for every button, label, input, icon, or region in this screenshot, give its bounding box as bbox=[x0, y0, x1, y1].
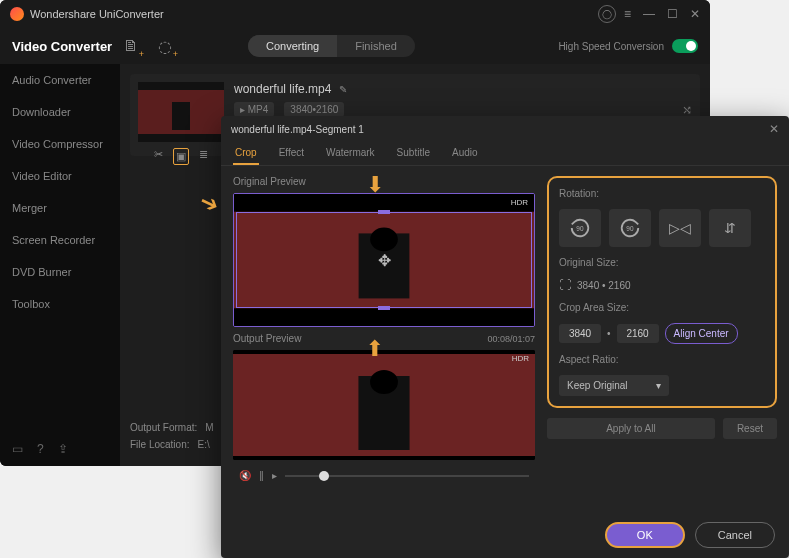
tab-finished[interactable]: Finished bbox=[337, 35, 415, 57]
source-resolution-badge: 3840•2160 bbox=[284, 102, 344, 117]
svg-rect-2 bbox=[172, 102, 190, 130]
section-heading: Video Converter bbox=[12, 39, 120, 54]
minimize-icon[interactable]: — bbox=[643, 7, 655, 21]
app-title: Wondershare UniConverter bbox=[30, 8, 598, 20]
original-preview-label: Original Preview bbox=[233, 176, 535, 187]
file-location-label: File Location: bbox=[130, 439, 189, 450]
dialog-close-icon[interactable]: ✕ bbox=[769, 122, 779, 136]
add-file-icon[interactable]: 🗎+ bbox=[120, 35, 142, 57]
tab-converting[interactable]: Converting bbox=[248, 35, 337, 57]
close-icon[interactable]: ✕ bbox=[690, 7, 700, 21]
flip-horizontal-button[interactable]: ▷◁ bbox=[659, 209, 701, 247]
library-icon[interactable]: ▭ bbox=[12, 442, 23, 456]
hdr-icon: HDR bbox=[511, 198, 528, 207]
tab-subtitle[interactable]: Subtitle bbox=[395, 142, 432, 165]
rotate-cw-button[interactable]: 90 bbox=[609, 209, 651, 247]
maximize-icon[interactable]: ☐ bbox=[667, 7, 678, 21]
hsc-toggle[interactable] bbox=[672, 39, 698, 53]
flip-vertical-button[interactable]: ⇵ bbox=[709, 209, 751, 247]
crop-height-input[interactable] bbox=[617, 324, 659, 343]
cancel-button[interactable]: Cancel bbox=[695, 522, 775, 548]
scrub-bar[interactable] bbox=[285, 475, 529, 477]
crop-handle-bottom[interactable] bbox=[378, 306, 390, 310]
sidebar-item-merger[interactable]: Merger bbox=[0, 192, 120, 224]
apply-to-all-button[interactable]: Apply to All bbox=[547, 418, 715, 439]
file-location-value[interactable]: E:\ bbox=[197, 439, 209, 450]
output-format-label: Output Format: bbox=[130, 422, 197, 433]
tab-watermark[interactable]: Watermark bbox=[324, 142, 377, 165]
aspect-lock-icon[interactable]: ⛶ bbox=[559, 278, 571, 292]
tab-crop[interactable]: Crop bbox=[233, 142, 259, 165]
crop-area-label: Crop Area Size: bbox=[559, 302, 765, 313]
sidebar-item-screen-recorder[interactable]: Screen Recorder bbox=[0, 224, 120, 256]
time-display: 00:08/01:07 bbox=[487, 334, 535, 344]
reset-button[interactable]: Reset bbox=[723, 418, 777, 439]
original-preview[interactable]: ✥ HDR bbox=[233, 193, 535, 327]
svg-point-10 bbox=[370, 370, 398, 394]
align-center-button[interactable]: Align Center bbox=[665, 323, 738, 344]
output-preview-label: Output Preview bbox=[233, 333, 301, 344]
sidebar-item-video-editor[interactable]: Video Editor bbox=[0, 160, 120, 192]
trim-icon[interactable]: ✂ bbox=[154, 148, 163, 165]
menu-icon[interactable]: ≡ bbox=[624, 7, 631, 21]
sidebar-item-dvd-burner[interactable]: DVD Burner bbox=[0, 256, 120, 288]
output-preview: HDR bbox=[233, 350, 535, 460]
hdr-icon: HDR bbox=[512, 354, 529, 363]
original-size-label: Original Size: bbox=[559, 257, 765, 268]
aspect-ratio-label: Aspect Ratio: bbox=[559, 354, 765, 365]
sidebar-item-video-compressor[interactable]: Video Compressor bbox=[0, 128, 120, 160]
crop-width-input[interactable] bbox=[559, 324, 601, 343]
move-cursor-icon: ✥ bbox=[378, 251, 391, 270]
crop-frame[interactable]: ✥ bbox=[236, 212, 532, 308]
shuffle-icon[interactable]: ⤭ bbox=[682, 103, 692, 117]
sidebar-item-toolbox[interactable]: Toolbox bbox=[0, 288, 120, 320]
output-format-value[interactable]: M bbox=[205, 422, 213, 433]
aspect-ratio-select[interactable]: Keep Original ▾ bbox=[559, 375, 669, 396]
edit-name-icon[interactable]: ✎ bbox=[339, 84, 347, 95]
add-folder-icon[interactable]: ◌+ bbox=[154, 35, 176, 57]
topbar: Video Converter 🗎+ ◌+ Converting Finishe… bbox=[0, 28, 710, 64]
source-format-badge: ▸ MP4 bbox=[234, 102, 274, 117]
chevron-down-icon: ▾ bbox=[656, 380, 661, 391]
pause-icon[interactable]: ‖ bbox=[259, 470, 264, 481]
crop-size-separator: • bbox=[607, 328, 611, 339]
editor-tabs: Crop Effect Watermark Subtitle Audio bbox=[221, 142, 789, 166]
titlebar: Wondershare UniConverter ◯ ≡ — ☐ ✕ bbox=[0, 0, 710, 28]
list-icon[interactable]: ≣ bbox=[199, 148, 208, 165]
file-name: wonderful life.mp4 bbox=[234, 82, 331, 96]
crop-editor-dialog: wonderful life.mp4-Segment 1 ✕ Crop Effe… bbox=[221, 116, 789, 558]
player-controls: 🔇 ‖ ▸ bbox=[233, 466, 535, 485]
crop-icon[interactable]: ▣ bbox=[173, 148, 189, 165]
sidebar: Audio Converter Downloader Video Compres… bbox=[0, 64, 120, 466]
rotation-label: Rotation: bbox=[559, 188, 765, 199]
crop-settings-panel: Rotation: 90 90 ▷◁ ⇵ Original Size: ⛶ 38… bbox=[547, 176, 777, 408]
account-icon[interactable]: ◯ bbox=[598, 5, 616, 23]
crop-handle-top[interactable] bbox=[378, 210, 390, 214]
hsc-label: High Speed Conversion bbox=[558, 41, 664, 52]
share-icon[interactable]: ⇪ bbox=[58, 442, 68, 456]
tab-effect[interactable]: Effect bbox=[277, 142, 306, 165]
queue-tabs: Converting Finished bbox=[248, 35, 415, 57]
editor-title: wonderful life.mp4-Segment 1 bbox=[231, 124, 364, 135]
help-icon[interactable]: ? bbox=[37, 442, 44, 456]
tab-audio[interactable]: Audio bbox=[450, 142, 480, 165]
app-logo-icon bbox=[10, 7, 24, 21]
step-forward-icon[interactable]: ▸ bbox=[272, 470, 277, 481]
sidebar-item-audio-converter[interactable]: Audio Converter bbox=[0, 64, 120, 96]
file-thumbnail[interactable] bbox=[138, 82, 224, 142]
sidebar-item-downloader[interactable]: Downloader bbox=[0, 96, 120, 128]
svg-text:90: 90 bbox=[626, 225, 634, 232]
mute-icon[interactable]: 🔇 bbox=[239, 470, 251, 481]
rotate-ccw-button[interactable]: 90 bbox=[559, 209, 601, 247]
ok-button[interactable]: OK bbox=[605, 522, 685, 548]
svg-text:90: 90 bbox=[576, 225, 584, 232]
original-size-value: 3840 • 2160 bbox=[577, 280, 631, 291]
